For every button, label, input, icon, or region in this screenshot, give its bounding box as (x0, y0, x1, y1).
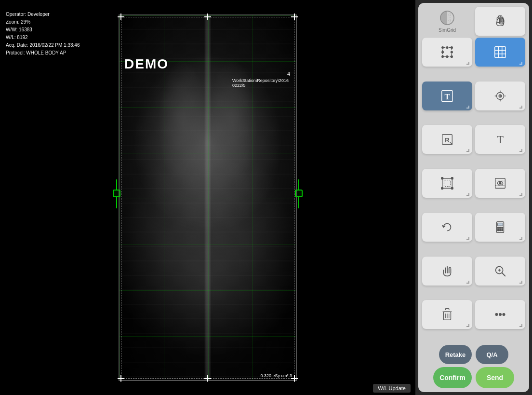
text-plain-tool-btn[interactable]: T (475, 125, 525, 154)
selection-tool-btn[interactable] (422, 38, 472, 67)
svg-rect-25 (443, 48, 452, 57)
indicator (519, 62, 522, 65)
wl-update-badge: W/L Update (373, 384, 411, 393)
svg-rect-23 (497, 17, 499, 23)
retake-button[interactable]: Retake (439, 345, 472, 364)
protocol-info: Protocol: WHOLE BODY AP (6, 49, 80, 57)
grid-icon (493, 45, 507, 59)
svg-rect-67 (500, 227, 501, 229)
zoom-tool-btn[interactable] (475, 257, 525, 286)
series-info: 4 (287, 71, 290, 77)
indicator (519, 237, 522, 240)
right-side-handle[interactable] (295, 179, 303, 208)
svg-point-29 (451, 56, 453, 58)
xray-image[interactable]: DEMO (119, 14, 297, 381)
calculator-tool-btn[interactable] (475, 213, 525, 242)
svg-point-61 (499, 182, 501, 184)
send-button[interactable]: Send (476, 367, 514, 388)
selection-icon (440, 45, 454, 59)
calculator-icon (493, 220, 507, 234)
svg-point-31 (446, 56, 448, 58)
svg-text:T: T (444, 92, 450, 101)
svg-text:T: T (497, 134, 504, 146)
view-tool-btn[interactable] (475, 169, 525, 198)
svg-rect-65 (497, 223, 503, 226)
undo-tool-btn[interactable] (422, 213, 472, 242)
right-panel: SimGrid (418, 3, 529, 392)
handle-top-center[interactable] (204, 14, 211, 20)
crop-tool-btn[interactable]: R (422, 125, 472, 154)
svg-rect-34 (495, 47, 506, 58)
indicator (466, 324, 469, 327)
resize-tool-btn[interactable] (422, 169, 472, 198)
handle-top-left[interactable] (118, 14, 124, 20)
acq-date-info: Acq. Date: 2016/02/22 PM 1:33:46 (6, 41, 80, 49)
delete-tool-btn[interactable] (422, 300, 472, 329)
zoom-info: Zoom: 29% (6, 18, 80, 26)
svg-rect-54 (444, 180, 450, 187)
svg-rect-71 (502, 230, 503, 231)
indicator (466, 281, 469, 284)
indicator (519, 281, 522, 284)
left-side-handle[interactable] (113, 179, 120, 208)
svg-point-28 (442, 56, 444, 58)
handle-bottom-center[interactable] (204, 375, 211, 382)
svg-text:R: R (445, 136, 450, 144)
svg-point-81 (495, 313, 498, 316)
action-buttons-row: Retake Q/A (422, 345, 525, 364)
info-overlay: Operator: Developer Zoom: 29% W/W: 16383… (6, 11, 80, 57)
svg-rect-53 (442, 178, 452, 189)
svg-rect-69 (497, 230, 499, 231)
svg-point-26 (442, 47, 444, 49)
svg-rect-56 (451, 177, 453, 179)
ww-info: W/W: 16383 (6, 26, 80, 34)
indicator (519, 149, 522, 152)
crop-icon: R (440, 132, 454, 147)
more-tool-btn[interactable] (475, 300, 525, 329)
status-bar: W/L Update (0, 381, 415, 395)
simgrid-label: SimGrid (439, 27, 456, 33)
indicator (519, 106, 522, 109)
indicator (466, 193, 469, 196)
operator-info: Operator: Developer (6, 11, 80, 18)
brightness-icon (493, 89, 507, 103)
tools-grid: T R (422, 38, 525, 341)
indicator (519, 324, 522, 327)
svg-point-83 (503, 313, 505, 316)
handle-bottom-right[interactable] (291, 375, 298, 382)
logo-row: SimGrid (422, 7, 525, 35)
confirm-row: Confirm Send (422, 367, 525, 388)
pixel-info: 0.320 eSy·cm²·3 (260, 373, 292, 378)
indicator (466, 149, 469, 152)
more-icon (493, 307, 507, 322)
zoom-icon (493, 264, 507, 278)
svg-point-33 (451, 51, 453, 53)
handle-bottom-left[interactable] (118, 375, 124, 382)
pan-tool-btn[interactable] (422, 257, 472, 286)
brightness-tool-btn[interactable] (475, 82, 525, 110)
handle-top-right[interactable] (291, 14, 298, 20)
text-tool-btn[interactable]: T (422, 82, 472, 110)
svg-point-27 (451, 47, 453, 49)
svg-rect-16 (295, 190, 302, 197)
svg-point-32 (442, 51, 444, 53)
text-plain-icon: T (493, 132, 507, 147)
svg-rect-13 (113, 190, 120, 197)
wil-info: W/L: 8192 (6, 34, 80, 41)
delete-icon (440, 307, 454, 322)
touch-icon (493, 14, 507, 28)
pan-icon (440, 264, 454, 278)
svg-rect-66 (497, 227, 499, 229)
confirm-button[interactable]: Confirm (433, 367, 472, 388)
svg-rect-55 (441, 177, 443, 179)
touch-tool-btn[interactable] (475, 7, 525, 36)
selection-box (121, 17, 294, 379)
qa-button[interactable]: Q/A (476, 345, 508, 364)
svg-line-73 (502, 272, 505, 276)
indicator (466, 62, 469, 65)
grid-tool-btn[interactable] (475, 38, 525, 67)
xray-viewer: Operator: Developer Zoom: 29% W/W: 16383… (0, 0, 415, 395)
path-info: WorkStation\Repository\20160222\5 (232, 78, 290, 88)
svg-rect-70 (500, 230, 501, 231)
indicator (466, 237, 469, 240)
